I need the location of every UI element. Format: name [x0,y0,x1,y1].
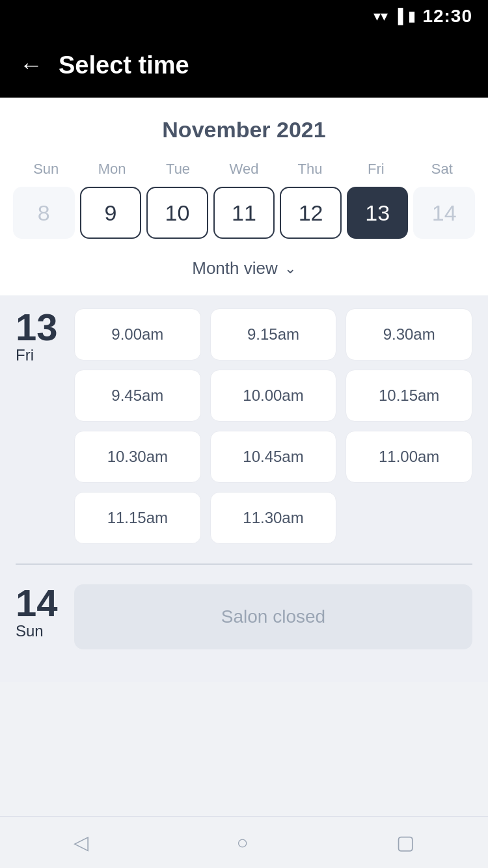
time-slot-930[interactable]: 9.30am [346,308,472,360]
nav-home-icon[interactable]: ○ [236,832,248,854]
day-header-wed: Wed [211,158,277,180]
nav-recents-icon[interactable]: ▢ [396,831,414,854]
day-header-fri: Fri [343,158,409,180]
time-slot-1000[interactable]: 10.00am [210,370,337,422]
header: ← Select time [0,33,488,98]
time-slot-900[interactable]: 9.00am [74,308,201,360]
month-year-label: November 2021 [13,117,475,142]
day-header-sun: Sun [13,158,79,180]
salon-closed-block: Salon closed [74,584,472,649]
nav-back-icon[interactable]: ◁ [74,831,88,854]
day-number-14: 14 [16,584,58,622]
day-block-13: 13 Fri 9.00am 9.15am 9.30am 9.45am 10.00… [16,308,472,544]
day-name-14: Sun [16,622,44,640]
time-slot-1100[interactable]: 11.00am [346,431,472,483]
day-header-tue: Tue [145,158,211,180]
status-icons: ▾▾ ▐ ▮ [373,8,416,25]
month-view-label: Month view [192,258,278,278]
day-name-13: Fri [16,346,34,364]
slots-content-13: 9.00am 9.15am 9.30am 9.45am 10.00am 10.1… [74,308,472,544]
date-cell-14[interactable]: 14 [413,187,475,239]
day-header-sat: Sat [409,158,475,180]
day-header-mon: Mon [79,158,144,180]
date-cell-8[interactable]: 8 [13,187,75,239]
status-time: 12:30 [422,6,472,27]
day-headers-row: Sun Mon Tue Wed Thu Fri Sat [13,158,475,180]
date-cell-10[interactable]: 10 [146,187,208,239]
date-cell-13[interactable]: 13 [347,187,409,239]
day-label-14: 14 Sun [16,584,61,640]
calendar-section: November 2021 Sun Mon Tue Wed Thu Fri Sa… [0,98,488,295]
time-slot-945[interactable]: 9.45am [74,370,201,422]
battery-icon: ▮ [408,8,416,25]
section-divider [16,563,472,565]
wifi-icon: ▾▾ [373,8,388,25]
chevron-down-icon: ⌄ [284,260,296,277]
day-label-13: 13 Fri [16,308,61,364]
bottom-nav: ◁ ○ ▢ [0,816,488,868]
time-slot-1045[interactable]: 10.45am [210,431,337,483]
time-slots-section: 13 Fri 9.00am 9.15am 9.30am 9.45am 10.00… [0,295,488,682]
signal-icon: ▐ [393,8,403,25]
back-button[interactable]: ← [20,53,43,77]
day-header-thu: Thu [277,158,343,180]
time-slot-1030[interactable]: 10.30am [74,431,201,483]
time-grid-13: 9.00am 9.15am 9.30am 9.45am 10.00am 10.1… [74,308,472,544]
month-view-toggle[interactable]: Month view ⌄ [13,252,475,282]
date-cell-12[interactable]: 12 [280,187,342,239]
time-slot-1130[interactable]: 11.30am [210,492,337,544]
date-cell-11[interactable]: 11 [213,187,275,239]
time-slot-915[interactable]: 9.15am [210,308,337,360]
day-block-14: 14 Sun Salon closed [16,584,472,649]
date-row: 8 9 10 11 12 13 14 [13,187,475,239]
salon-closed-label: Salon closed [221,606,325,627]
status-bar: ▾▾ ▐ ▮ 12:30 [0,0,488,33]
page-title: Select time [59,51,189,79]
time-slot-1015[interactable]: 10.15am [346,370,472,422]
date-cell-9[interactable]: 9 [80,187,142,239]
time-slot-1115[interactable]: 11.15am [74,492,201,544]
day-number-13: 13 [16,308,58,346]
